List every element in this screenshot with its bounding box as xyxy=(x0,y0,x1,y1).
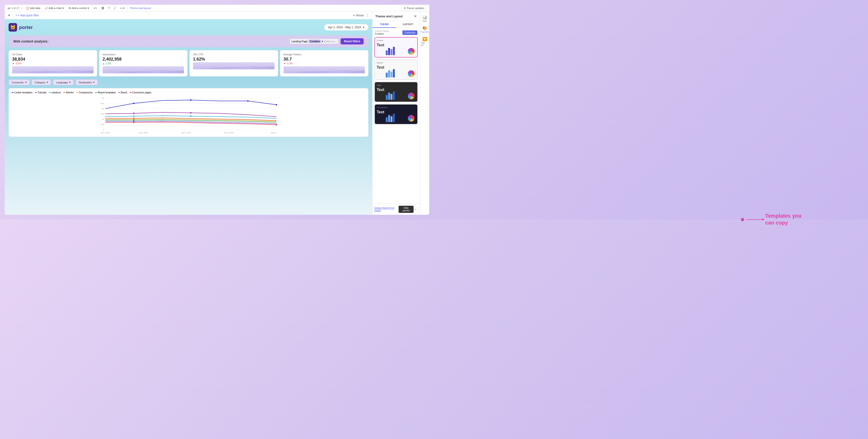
legend-comparisons: Comparisons xyxy=(76,91,93,94)
svg-text:Apr 8, 2024: Apr 8, 2024 xyxy=(139,132,148,134)
sidebar-item-data[interactable]: 📊 Data xyxy=(422,13,428,24)
dashboard-area: ▼ | + + Add quick filter ↩ Reset ⋮ � xyxy=(5,12,372,215)
svg-point-19 xyxy=(190,112,192,113)
constellation-bars xyxy=(386,112,395,122)
default-theme-header: Default xyxy=(377,62,415,64)
control-dropdown-icon: ▾ xyxy=(88,7,89,10)
customize-btn[interactable]: Customize xyxy=(402,30,417,35)
image-icon: 🖼 xyxy=(101,7,104,9)
tab-theme[interactable]: THEME xyxy=(372,21,396,28)
dropdown-filters: Connector ▾ Category ▾ Language ▾ Destin… xyxy=(8,79,368,85)
nav-forward-icon[interactable]: › xyxy=(21,7,22,9)
theme-layout-label[interactable]: Theme and layout xyxy=(128,6,152,10)
porter-cat-icon: 🐱 xyxy=(8,23,17,32)
svg-text:2.5K: 2.5K xyxy=(100,102,104,104)
filter-separator: | xyxy=(12,13,13,18)
connector-filter[interactable]: Connector ▾ xyxy=(8,79,30,85)
dashboard-content: 🐱 porter Apr 2, 2024 - May 1, 2024 ▾ Web… xyxy=(5,19,372,215)
custom-pie xyxy=(408,48,414,55)
date-dropdown-icon: ▾ xyxy=(363,26,364,29)
line-icon: ╱ xyxy=(114,7,116,10)
code-icon: </> xyxy=(93,7,97,9)
reset-btn[interactable]: ↩ Reset xyxy=(353,14,364,17)
add-control-btn[interactable]: ⚙ Add a control ▾ xyxy=(67,6,91,10)
content-area: ▼ | + + Add quick filter ↩ Reset ⋮ � xyxy=(5,12,429,215)
svg-text:0: 0 xyxy=(103,129,104,131)
category-filter[interactable]: Category ▾ xyxy=(32,79,51,85)
shape-btn[interactable]: ▭ ▾ xyxy=(118,6,126,10)
metric-label-2: URL CTR xyxy=(193,53,275,56)
theme-card-custom[interactable]: Custom Text xyxy=(374,37,418,58)
image-btn[interactable]: 🖼 xyxy=(100,6,106,10)
filterbar-icon: 🔽 xyxy=(422,37,427,41)
metric-label-1: Impressions xyxy=(103,53,184,56)
metric-value-1: 2,402,958 xyxy=(103,57,184,62)
add-chart-icon: 📈 xyxy=(45,7,48,10)
legend-brand: Brand xyxy=(118,91,127,94)
landing-page-filter[interactable]: Landing Page Contains ▾ Enter a v... xyxy=(289,38,339,44)
svg-point-18 xyxy=(133,112,134,114)
legend-solutions: solutions xyxy=(49,91,61,94)
svg-point-26 xyxy=(133,122,134,123)
reset-filters-btn[interactable]: Reset filters xyxy=(341,38,364,44)
svg-text:1.5K: 1.5K xyxy=(100,113,104,115)
metric-change-1: ▲ 2.3% xyxy=(103,62,184,65)
code-btn[interactable]: </> xyxy=(92,6,99,10)
svg-text:Apr 15, 2024: Apr 15, 2024 xyxy=(181,132,191,134)
constellation-pie xyxy=(408,115,414,122)
legend-report: Report templates xyxy=(95,91,116,94)
panel-content: Current Theme Custom Customize Custom Te… xyxy=(372,28,420,204)
chart-legend: Looker templates Tutorials solutions xyxy=(12,91,365,94)
current-theme-name: Custom xyxy=(375,32,389,35)
chart-dropdown-icon: ▾ xyxy=(63,7,64,10)
sidebar-item-filterbar[interactable]: 🔽 Filter bar xyxy=(420,35,429,47)
properties-icon: 🎨 xyxy=(422,26,427,30)
text-icon: T xyxy=(108,7,110,9)
add-chart-btn[interactable]: 📈 Add a chart ▾ xyxy=(43,6,66,10)
pause-updates-btn[interactable]: ⏸ Pause updates xyxy=(401,6,426,10)
destination-dropdown-icon: ▾ xyxy=(93,81,95,84)
metric-value-0: 38,834 xyxy=(12,57,94,62)
svg-text:500: 500 xyxy=(101,123,104,126)
constellation-text-sample: Text xyxy=(377,110,384,114)
metrics-row: Url Clicks 38,834 ▼ -0.3% Impressions 2,… xyxy=(8,50,368,76)
destination-filter[interactable]: Destination ▾ xyxy=(75,79,98,85)
constellation-theme-header: Constellation xyxy=(377,106,415,108)
edge-bars xyxy=(386,90,395,100)
pause-icon: ⏸ xyxy=(403,7,406,9)
panel-close-btn[interactable]: ✕ xyxy=(414,14,417,19)
data-icon: 📊 xyxy=(422,15,427,20)
more-options-btn[interactable]: ⋮ xyxy=(366,13,369,18)
shape-icon: ▭ xyxy=(120,7,122,10)
add-data-btn[interactable]: 📋 Add data xyxy=(24,6,42,10)
svg-point-16 xyxy=(247,100,249,102)
metric-card-ctr: URL CTR 1.62% xyxy=(189,50,278,76)
text-btn[interactable]: T xyxy=(107,6,112,10)
language-filter[interactable]: Language ▾ xyxy=(53,79,74,85)
metric-label-0: Url Clicks xyxy=(12,53,94,56)
add-filter-btn[interactable]: + + Add quick filter xyxy=(16,14,39,17)
line-btn[interactable]: ╱ xyxy=(113,6,117,10)
custom-text-sample: Text xyxy=(377,43,384,47)
panel-nav-next[interactable]: › xyxy=(413,207,418,212)
connector-dropdown-icon: ▾ xyxy=(25,81,27,84)
panel-header: Theme and Layout ✕ xyxy=(372,12,420,21)
default-bars xyxy=(386,68,395,77)
add-control-icon: ⚙ xyxy=(68,7,71,10)
theme-card-default[interactable]: Default Text xyxy=(374,59,418,80)
theme-card-edge[interactable]: Edge Text xyxy=(374,82,418,102)
sidebar-item-properties[interactable]: 🎨 Properties xyxy=(419,25,429,34)
date-picker[interactable]: Apr 2, 2024 - May 1, 2024 ▾ xyxy=(324,24,368,31)
hide-panels-btn[interactable]: Hide panels xyxy=(399,206,413,213)
filter-bar: ▼ | + + Add quick filter ↩ Reset ⋮ xyxy=(5,12,372,19)
current-theme-row: Current Theme Custom Customize xyxy=(374,30,418,35)
legend-looker: Looker templates xyxy=(12,91,33,94)
metric-card-impressions: Impressions 2,402,958 ▲ 2.3% xyxy=(99,50,188,76)
nav-divider xyxy=(23,6,23,10)
theme-card-constellation[interactable]: Constellation Text xyxy=(374,104,418,125)
tab-layout[interactable]: LAYOUT xyxy=(396,21,420,28)
legend-dot-articles xyxy=(63,92,65,93)
theme-card-default-inner: Default Text xyxy=(375,60,417,79)
porter-logo-text: porter xyxy=(19,25,33,30)
extract-theme-btn[interactable]: Extract theme from image xyxy=(374,207,399,212)
